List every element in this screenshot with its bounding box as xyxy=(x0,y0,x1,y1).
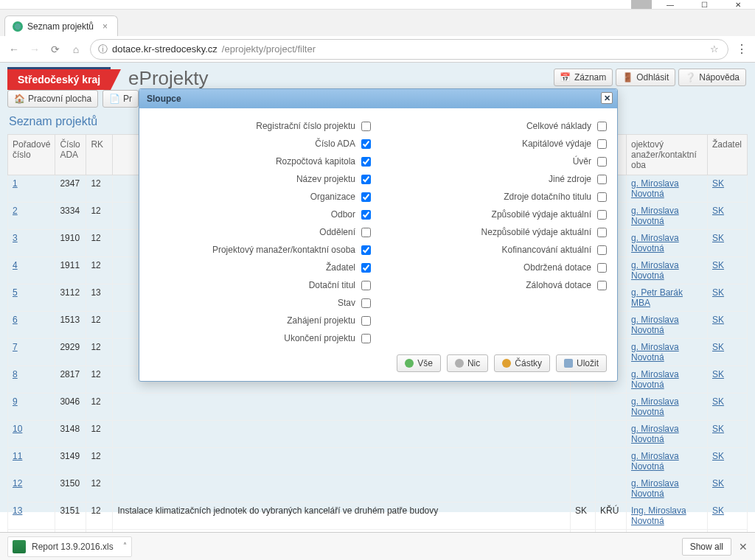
zadatel-link[interactable]: SK xyxy=(712,233,724,243)
zadatel-link[interactable]: SK xyxy=(712,342,724,352)
pm-link[interactable]: g. Miroslava Novotná xyxy=(631,369,679,390)
reload-button[interactable]: ⟳ xyxy=(49,43,62,56)
option-checkbox[interactable] xyxy=(361,334,371,343)
option-checkbox[interactable] xyxy=(597,139,607,149)
pm-link[interactable]: g. Miroslava Novotná xyxy=(631,206,679,226)
chevron-up-icon[interactable]: ˄ xyxy=(123,542,127,550)
row-number-link[interactable]: 4 xyxy=(13,260,18,270)
col-zadatel[interactable]: Žadatel xyxy=(708,135,748,175)
workspace-button[interactable]: 🏠Pracovní plocha xyxy=(7,90,98,108)
option-checkbox[interactable] xyxy=(361,210,371,220)
site-info-icon[interactable]: ⓘ xyxy=(98,43,108,56)
pm-link[interactable]: g. Miroslava Novotná xyxy=(631,424,679,444)
option-checkbox[interactable] xyxy=(597,210,607,220)
pm-link[interactable]: g. Petr Barák MBA xyxy=(631,287,683,308)
row-number-link[interactable]: 13 xyxy=(13,505,22,516)
browser-tab[interactable]: Seznam projektů × xyxy=(4,15,118,36)
row-number-link[interactable]: 3 xyxy=(13,233,18,243)
pm-link[interactable]: Ing. Miroslava Novotná xyxy=(631,505,686,526)
option-checkbox[interactable] xyxy=(361,245,371,255)
zadatel-link[interactable]: SK xyxy=(712,178,724,189)
pr-button[interactable]: 📄Pr xyxy=(102,90,139,108)
row-number-link[interactable]: 6 xyxy=(13,315,18,325)
back-button[interactable]: ← xyxy=(7,43,21,56)
option-checkbox[interactable] xyxy=(361,139,371,149)
zaznam-button[interactable]: 📅Záznam xyxy=(554,69,613,86)
pm-link[interactable]: g. Miroslava Novotná xyxy=(631,396,679,417)
tab-close-button[interactable]: × xyxy=(102,21,111,30)
address-bar: ← → ⟳ ⌂ ⓘ dotace.kr-stredocesky.cz/eproj… xyxy=(0,36,755,63)
zadatel-link[interactable]: SK xyxy=(712,396,724,407)
option-checkbox[interactable] xyxy=(361,298,371,308)
zadatel-link[interactable]: SK xyxy=(712,451,724,461)
zadatel-link[interactable]: SK xyxy=(712,369,724,379)
browser-menu-button[interactable]: ⋮ xyxy=(736,42,748,56)
option-checkbox[interactable] xyxy=(361,122,371,131)
cell-ada: 3149 xyxy=(55,448,86,475)
logout-button[interactable]: 🚪Odhlásit xyxy=(616,69,675,86)
download-item[interactable]: Report 13.9.2016.xls ˄ xyxy=(7,536,132,557)
pm-link[interactable]: g. Miroslava Novotná xyxy=(631,233,679,253)
home-button[interactable]: ⌂ xyxy=(69,43,83,56)
zadatel-link[interactable]: SK xyxy=(712,287,724,298)
select-none-button[interactable]: Nic xyxy=(447,354,488,372)
show-all-button[interactable]: Show all xyxy=(682,538,731,556)
zadatel-link[interactable]: SK xyxy=(712,505,724,516)
option-checkbox[interactable] xyxy=(597,122,607,131)
pm-link[interactable]: g. Miroslava Novotná xyxy=(631,342,679,363)
select-all-button[interactable]: Vše xyxy=(397,354,441,372)
download-bar-close[interactable]: ✕ xyxy=(739,541,748,553)
row-number-link[interactable]: 1 xyxy=(13,178,18,189)
zadatel-link[interactable]: SK xyxy=(712,315,724,325)
modal-close-button[interactable]: ✕ xyxy=(601,92,613,104)
option-checkbox[interactable] xyxy=(597,228,607,237)
row-number-link[interactable]: 7 xyxy=(13,342,18,352)
row-number-link[interactable]: 2 xyxy=(13,206,18,216)
pm-link[interactable]: g. Miroslava Novotná xyxy=(631,451,679,472)
row-number-link[interactable]: 9 xyxy=(13,396,18,407)
amounts-button[interactable]: Částky xyxy=(494,354,550,372)
option-checkbox[interactable] xyxy=(361,228,371,237)
col-rk[interactable]: RK xyxy=(86,135,113,175)
row-number-link[interactable]: 10 xyxy=(13,424,22,434)
col-ada[interactable]: Číslo ADA xyxy=(55,135,86,175)
option-checkbox[interactable] xyxy=(597,263,607,273)
forward-button[interactable]: → xyxy=(28,43,41,56)
col-pm[interactable]: ojektový anažer/kontaktní oba xyxy=(627,135,708,175)
option-checkbox[interactable] xyxy=(361,157,371,167)
close-window-button[interactable]: ✕ xyxy=(721,0,755,10)
modal-title[interactable]: Sloupce ✕ xyxy=(139,89,617,108)
zadatel-link[interactable]: SK xyxy=(712,424,724,434)
bookmark-icon[interactable]: ☆ xyxy=(709,43,720,55)
row-number-link[interactable]: 5 xyxy=(13,287,18,298)
pm-link[interactable]: g. Miroslava Novotná xyxy=(631,178,679,199)
save-button[interactable]: Uložit xyxy=(556,354,607,372)
row-number-link[interactable]: 12 xyxy=(13,478,22,489)
minimize-button[interactable]: — xyxy=(653,0,687,10)
row-number-link[interactable]: 11 xyxy=(13,451,22,461)
option-checkbox[interactable] xyxy=(597,175,607,184)
option-checkbox[interactable] xyxy=(597,245,607,255)
option-checkbox[interactable] xyxy=(361,263,371,273)
option-checkbox[interactable] xyxy=(597,192,607,202)
pm-link[interactable]: g. Miroslava Novotná xyxy=(631,478,679,499)
row-number-link[interactable]: 8 xyxy=(13,369,18,379)
pm-link[interactable]: g. Miroslava Novotná xyxy=(631,315,679,335)
help-button[interactable]: ❔Nápověda xyxy=(678,69,746,86)
account-icon[interactable] xyxy=(631,0,652,9)
option-checkbox[interactable] xyxy=(597,281,607,290)
label: Nic xyxy=(467,358,480,368)
pm-link[interactable]: g. Miroslava Novotná xyxy=(631,260,679,281)
option-checkbox[interactable] xyxy=(361,192,371,202)
zadatel-link[interactable]: SK xyxy=(712,260,724,270)
url-input[interactable]: ⓘ dotace.kr-stredocesky.cz/eprojekty/pro… xyxy=(90,39,728,60)
option-checkbox[interactable] xyxy=(361,175,371,184)
zadatel-link[interactable]: SK xyxy=(712,206,724,216)
option-checkbox[interactable] xyxy=(361,316,371,326)
option-checkbox[interactable] xyxy=(597,157,607,167)
col-poradove[interactable]: Pořadové číslo xyxy=(8,135,55,175)
option-checkbox[interactable] xyxy=(361,281,371,290)
zadatel-link[interactable]: SK xyxy=(712,478,724,489)
table-row: 12315012g. Miroslava NovotnáSK xyxy=(8,475,748,503)
maximize-button[interactable]: ☐ xyxy=(687,0,721,10)
